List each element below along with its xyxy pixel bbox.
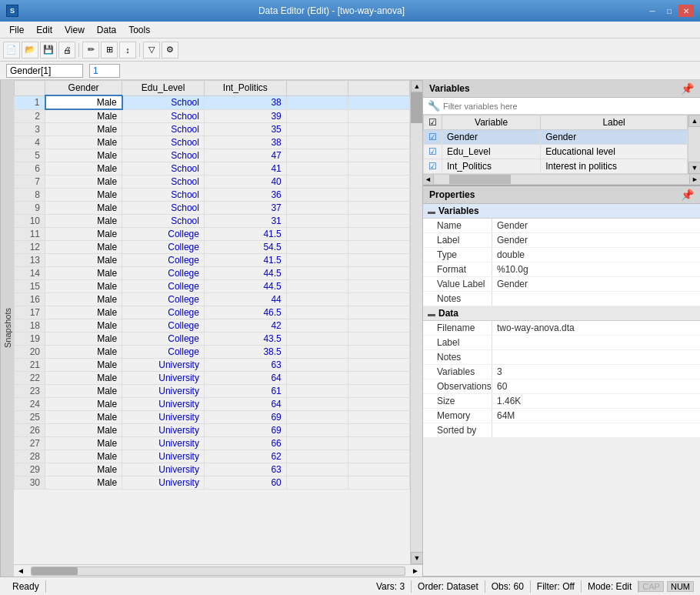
table-row[interactable]: 12 Male College 54.5	[15, 241, 410, 254]
prop-row-value[interactable]: 3	[492, 365, 700, 379]
print-button[interactable]: 🖨	[58, 42, 75, 58]
int-cell[interactable]: 69	[204, 424, 286, 437]
edu-cell[interactable]: School	[122, 175, 205, 189]
sort-button[interactable]: ↕	[119, 42, 136, 58]
menu-tools[interactable]: Tools	[122, 23, 156, 37]
int-cell[interactable]: 64	[204, 398, 286, 411]
gender-cell[interactable]: Male	[45, 333, 122, 346]
edu-cell[interactable]: University	[122, 424, 205, 437]
cell-reference[interactable]: Gender[1]	[6, 64, 83, 78]
int-cell[interactable]: 69	[204, 411, 286, 424]
edu-cell[interactable]: School	[122, 162, 205, 175]
int-cell[interactable]: 61	[204, 385, 286, 398]
table-row[interactable]: 18 Male College 42	[15, 319, 410, 333]
var-hscroll-right[interactable]: ►	[689, 175, 700, 184]
int-cell[interactable]: 60	[204, 476, 286, 490]
var-col-label[interactable]: Label	[541, 115, 688, 130]
minimize-button[interactable]: ─	[645, 5, 660, 17]
edu-cell[interactable]: School	[122, 202, 205, 215]
grid-scroll-area[interactable]: Gender Edu_Level Int_Politics 1 Male Sch…	[14, 80, 422, 564]
prop-row-value[interactable]: two-way-anova.dta	[492, 321, 700, 335]
vscroll-down[interactable]: ▼	[411, 552, 422, 564]
edu-cell[interactable]: University	[122, 463, 205, 476]
int-cell[interactable]: 44.5	[204, 280, 286, 293]
gender-cell[interactable]: Male	[45, 398, 122, 411]
variable-name[interactable]: Gender	[442, 130, 541, 145]
gender-cell[interactable]: Male	[45, 202, 122, 215]
gender-cell[interactable]: Male	[45, 267, 122, 280]
gender-cell[interactable]: Male	[45, 319, 122, 333]
var-col-variable[interactable]: Variable	[442, 115, 541, 130]
table-row[interactable]: 23 Male University 61	[15, 385, 410, 398]
edu-cell[interactable]: School	[122, 109, 205, 123]
vscroll-up[interactable]: ▲	[411, 80, 422, 92]
table-row[interactable]: 14 Male College 44.5	[15, 267, 410, 280]
int-cell[interactable]: 35	[204, 123, 286, 136]
int-cell[interactable]: 40	[204, 175, 286, 189]
int-cell[interactable]: 66	[204, 437, 286, 450]
pin-icon[interactable]: 📌	[681, 82, 694, 95]
prop-expand-variables[interactable]: ▬	[428, 207, 435, 216]
variable-row[interactable]: ☑ Int_Politics Interest in politics	[424, 159, 688, 174]
int-cell[interactable]: 41.5	[204, 228, 286, 241]
table-row[interactable]: 22 Male University 64	[15, 372, 410, 385]
prop-row-value[interactable]: double	[492, 248, 700, 262]
gender-cell[interactable]: Male	[45, 306, 122, 319]
gender-cell[interactable]: Male	[45, 463, 122, 476]
table-row[interactable]: 5 Male School 47	[15, 149, 410, 162]
menu-view[interactable]: View	[58, 23, 91, 37]
gender-cell[interactable]: Male	[45, 280, 122, 293]
save-button[interactable]: 💾	[40, 42, 57, 58]
hscroll-right[interactable]: ►	[408, 567, 422, 575]
prop-row-value[interactable]: Gender	[492, 219, 700, 232]
vscroll-track[interactable]	[411, 92, 422, 552]
table-row[interactable]: 25 Male University 69	[15, 411, 410, 424]
prop-expand-data[interactable]: ▬	[428, 309, 435, 318]
int-cell[interactable]: 38	[204, 95, 286, 109]
edu-cell[interactable]: College	[122, 228, 205, 241]
int-cell[interactable]: 44.5	[204, 267, 286, 280]
prop-row-value[interactable]: 1.46K	[492, 394, 700, 408]
gender-cell[interactable]: Male	[45, 136, 122, 149]
table-row[interactable]: 11 Male College 41.5	[15, 228, 410, 241]
int-cell[interactable]: 62	[204, 450, 286, 463]
int-cell[interactable]: 36	[204, 189, 286, 202]
edu-cell[interactable]: College	[122, 254, 205, 267]
variable-name[interactable]: Int_Politics	[442, 159, 541, 174]
int-cell[interactable]: 46.5	[204, 306, 286, 319]
properties-pin-icon[interactable]: 📌	[681, 189, 694, 201]
gender-cell[interactable]: Male	[45, 424, 122, 437]
cell-value[interactable]: 1	[89, 64, 120, 78]
int-cell[interactable]: 64	[204, 372, 286, 385]
gender-cell[interactable]: Male	[45, 215, 122, 228]
prop-row-value[interactable]: Gender	[492, 233, 700, 247]
hscroll-left[interactable]: ◄	[14, 567, 28, 575]
variable-manager-button[interactable]: ⊞	[101, 42, 118, 58]
gender-cell[interactable]: Male	[45, 228, 122, 241]
gender-cell[interactable]: Male	[45, 123, 122, 136]
edu-cell[interactable]: University	[122, 372, 205, 385]
edu-cell[interactable]: School	[122, 215, 205, 228]
edu-cell[interactable]: School	[122, 95, 205, 109]
table-row[interactable]: 15 Male College 44.5	[15, 280, 410, 293]
filter-button[interactable]: ▽	[143, 42, 160, 58]
table-row[interactable]: 8 Male School 36	[15, 189, 410, 202]
prop-section-variables[interactable]: ▬ Variables	[423, 204, 700, 219]
table-row[interactable]: 2 Male School 39	[15, 109, 410, 123]
table-row[interactable]: 26 Male University 69	[15, 424, 410, 437]
gender-cell[interactable]: Male	[45, 189, 122, 202]
var-checkbox[interactable]: ☑	[424, 159, 442, 174]
variables-filter-input[interactable]	[443, 102, 695, 111]
gender-cell[interactable]: Male	[45, 372, 122, 385]
gender-cell[interactable]: Male	[45, 385, 122, 398]
edu-cell[interactable]: University	[122, 411, 205, 424]
table-row[interactable]: 7 Male School 40	[15, 175, 410, 189]
snapshots-sidebar[interactable]: Snapshots	[0, 80, 14, 577]
new-button[interactable]: 📄	[3, 42, 20, 58]
menu-file[interactable]: File	[3, 23, 30, 37]
table-row[interactable]: 1 Male School 38	[15, 95, 410, 109]
edu-cell[interactable]: College	[122, 346, 205, 359]
table-row[interactable]: 13 Male College 41.5	[15, 254, 410, 267]
int-cell[interactable]: 47	[204, 149, 286, 162]
table-row[interactable]: 30 Male University 60	[15, 476, 410, 490]
